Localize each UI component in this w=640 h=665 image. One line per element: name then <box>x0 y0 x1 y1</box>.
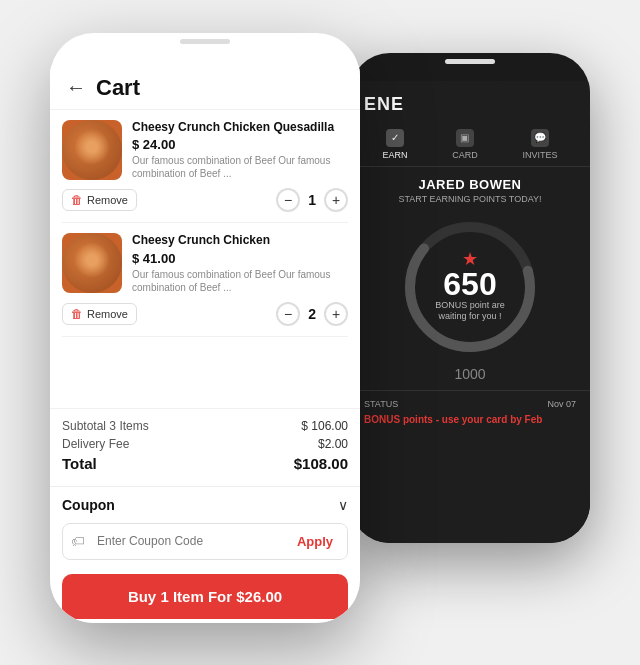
cart-items: Cheesy Crunch Chicken Quesadilla $ 24.00… <box>50 110 360 408</box>
qty-number-1: 1 <box>308 192 316 208</box>
cart-header: ← Cart <box>50 65 360 110</box>
back-phone-screen: ENE ✓ EARN ▣ CARD 💬 INVITES JARED BOWEN … <box>350 81 590 543</box>
quantity-controls-2: − 2 + <box>276 302 348 326</box>
front-phone-notch <box>155 39 255 65</box>
item-price-2: $ 41.00 <box>132 251 348 266</box>
coupon-input-row: 🏷 Apply <box>62 523 348 560</box>
status-bonus: BONUS points - <box>364 414 439 425</box>
delivery-label: Delivery Fee <box>62 437 129 451</box>
back-username: JARED BOWEN <box>364 177 576 192</box>
item-details-1: Cheesy Crunch Chicken Quesadilla $ 24.00… <box>132 120 348 181</box>
remove-button-2[interactable]: 🗑 Remove <box>62 303 137 325</box>
apply-button[interactable]: Apply <box>283 524 347 559</box>
status-header: STATUS Nov 07 <box>364 399 576 409</box>
item-row-2: Cheesy Crunch Chicken $ 41.00 Our famous… <box>62 233 348 294</box>
status-subtext: use your card by Feb <box>442 414 543 425</box>
points-number: 650 <box>435 268 505 300</box>
pizza-visual-2 <box>62 233 122 293</box>
card-icon: ▣ <box>456 129 474 147</box>
increase-qty-1[interactable]: + <box>324 188 348 212</box>
back-phone-notch <box>430 59 510 81</box>
trash-icon-2: 🗑 <box>71 307 83 321</box>
coupon-input[interactable] <box>93 524 283 558</box>
status-text: BONUS points - use your card by Feb <box>364 414 576 425</box>
trash-icon-1: 🗑 <box>71 193 83 207</box>
total-value: $108.00 <box>294 455 348 472</box>
invites-icon: 💬 <box>531 129 549 147</box>
phones-container: ENE ✓ EARN ▣ CARD 💬 INVITES JARED BOWEN … <box>30 23 610 643</box>
back-arrow-icon[interactable]: ← <box>66 76 86 99</box>
tab-earn[interactable]: ✓ EARN <box>382 129 407 160</box>
tab-card[interactable]: ▣ CARD <box>452 129 478 160</box>
item-row-1: Cheesy Crunch Chicken Quesadilla $ 24.00… <box>62 120 348 181</box>
item-price-1: $ 24.00 <box>132 137 348 152</box>
status-date: Nov 07 <box>547 399 576 409</box>
item-controls-2: 🗑 Remove − 2 + <box>62 302 348 326</box>
item-image-2 <box>62 233 122 293</box>
qty-number-2: 2 <box>308 306 316 322</box>
back-user-section: JARED BOWEN START EARNING POINTS TODAY! <box>350 167 590 209</box>
coupon-header[interactable]: Coupon ∨ <box>50 487 360 523</box>
subtotal-label: Subtotal 3 Items <box>62 419 149 433</box>
front-speaker <box>180 39 230 44</box>
back-logo: ENE <box>364 94 404 115</box>
item-name-2: Cheesy Crunch Chicken <box>132 233 348 249</box>
total-label: Total <box>62 455 97 472</box>
decrease-qty-2[interactable]: − <box>276 302 300 326</box>
increase-qty-2[interactable]: + <box>324 302 348 326</box>
item-name-1: Cheesy Crunch Chicken Quesadilla <box>132 120 348 136</box>
tab-invites[interactable]: 💬 INVITES <box>523 129 558 160</box>
total-row: Total $108.00 <box>62 455 348 472</box>
speaker <box>445 59 495 64</box>
coupon-label: Coupon <box>62 497 115 513</box>
bonus-text: BONUS point are waiting for you ! <box>435 300 505 323</box>
item-details-2: Cheesy Crunch Chicken $ 41.00 Our famous… <box>132 233 348 294</box>
delivery-value: $2.00 <box>318 437 348 451</box>
subtotal-value: $ 106.00 <box>301 419 348 433</box>
cart-item-1: Cheesy Crunch Chicken Quesadilla $ 24.00… <box>62 110 348 224</box>
cart-title: Cart <box>96 75 140 101</box>
coupon-icon: 🏷 <box>63 533 93 549</box>
coupon-section: Coupon ∨ 🏷 Apply <box>50 486 360 568</box>
back-subtitle: START EARNING POINTS TODAY! <box>364 194 576 204</box>
back-tabs: ✓ EARN ▣ CARD 💬 INVITES <box>350 123 590 167</box>
item-desc-2: Our famous combination of Beef Our famou… <box>132 268 348 294</box>
item-image-1 <box>62 120 122 180</box>
delivery-row: Delivery Fee $2.00 <box>62 437 348 451</box>
points-circle: ★ 650 BONUS point are waiting for you ! <box>400 217 540 357</box>
price-summary: Subtotal 3 Items $ 106.00 Delivery Fee $… <box>50 408 360 482</box>
chevron-down-icon: ∨ <box>338 497 348 513</box>
back-phone: ENE ✓ EARN ▣ CARD 💬 INVITES JARED BOWEN … <box>350 53 590 543</box>
cart-item-2: Cheesy Crunch Chicken $ 41.00 Our famous… <box>62 223 348 337</box>
quantity-controls-1: − 1 + <box>276 188 348 212</box>
back-status-section: STATUS Nov 07 BONUS points - use your ca… <box>350 390 590 433</box>
subtotal-row: Subtotal 3 Items $ 106.00 <box>62 419 348 433</box>
circle-content: ★ 650 BONUS point are waiting for you ! <box>435 250 505 323</box>
status-label: STATUS <box>364 399 398 409</box>
item-controls-1: 🗑 Remove − 1 + <box>62 188 348 212</box>
back-header: ENE <box>350 86 590 123</box>
earn-icon: ✓ <box>386 129 404 147</box>
front-phone: ← Cart Cheesy Crunch Chicken Quesadilla … <box>50 33 360 623</box>
decrease-qty-1[interactable]: − <box>276 188 300 212</box>
checkout-button[interactable]: Buy 1 Item For $26.00 <box>62 574 348 619</box>
remove-button-1[interactable]: 🗑 Remove <box>62 189 137 211</box>
total-points: 1000 <box>350 366 590 382</box>
item-desc-1: Our famous combination of Beef Our famou… <box>132 154 348 180</box>
pizza-visual-1 <box>62 120 122 180</box>
phone-screen: ← Cart Cheesy Crunch Chicken Quesadilla … <box>50 65 360 623</box>
